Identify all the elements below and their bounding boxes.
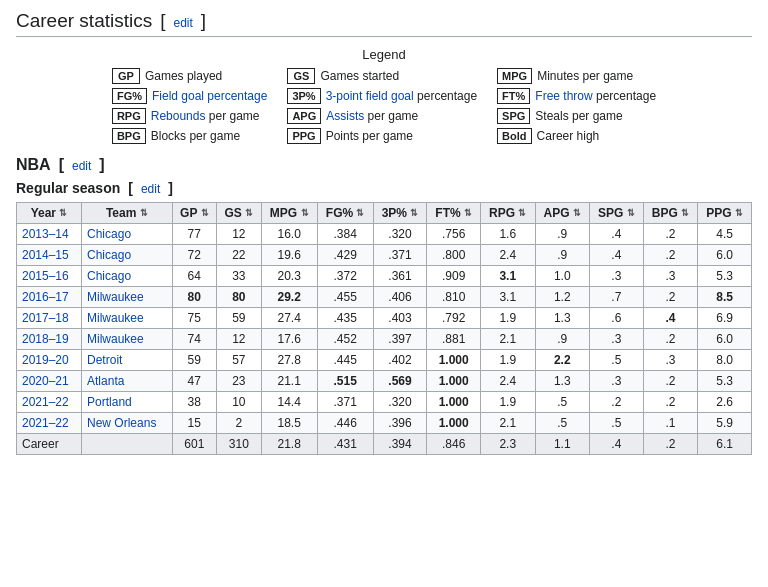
cell-mpg: 21.1 bbox=[261, 371, 317, 392]
cell-mpg: 18.5 bbox=[261, 413, 317, 434]
cell-rpg: 3.1 bbox=[481, 266, 535, 287]
legend-link-fgp[interactable]: Field goal percentage bbox=[152, 89, 267, 103]
cell-apg: 1.3 bbox=[535, 371, 589, 392]
cell-bpg: .1 bbox=[643, 413, 697, 434]
cell-bpg: .2 bbox=[643, 329, 697, 350]
cell-ppg: 2.6 bbox=[698, 392, 752, 413]
table-row: 2013–14Chicago771216.0.384.320.7561.6.9.… bbox=[17, 224, 752, 245]
cell-fgp: .455 bbox=[317, 287, 373, 308]
legend-badge-bold: Bold bbox=[497, 128, 531, 144]
legend-link-apg[interactable]: Assists bbox=[326, 109, 364, 123]
cell-ftp: .756 bbox=[427, 224, 481, 245]
legend-link-3pp[interactable]: 3-point field goal bbox=[326, 89, 414, 103]
cell-gs: 310 bbox=[217, 434, 262, 455]
cell-ppg: 6.9 bbox=[698, 308, 752, 329]
table-row: 2021–22Portland381014.4.371.3201.0001.9.… bbox=[17, 392, 752, 413]
legend-badge-ppg: PPG bbox=[287, 128, 320, 144]
legend-title: Legend bbox=[16, 47, 752, 62]
th-bpg[interactable]: BPG ⇅ bbox=[643, 203, 697, 224]
th-rpg[interactable]: RPG ⇅ bbox=[481, 203, 535, 224]
cell-tpp: .403 bbox=[373, 308, 427, 329]
cell-team: Detroit bbox=[82, 350, 173, 371]
th-ftp[interactable]: FT% ⇅ bbox=[427, 203, 481, 224]
legend-grid: GP Games played GS Games started MPG Min… bbox=[112, 68, 656, 144]
cell-team: Chicago bbox=[82, 245, 173, 266]
title-edit-link[interactable]: edit bbox=[173, 16, 192, 30]
cell-rpg: 1.6 bbox=[481, 224, 535, 245]
cell-mpg: 14.4 bbox=[261, 392, 317, 413]
cell-team bbox=[82, 434, 173, 455]
cell-ppg: 5.9 bbox=[698, 413, 752, 434]
legend-badge-apg: APG bbox=[287, 108, 321, 124]
cell-gp: 59 bbox=[172, 350, 216, 371]
cell-fgp: .446 bbox=[317, 413, 373, 434]
cell-ppg: 6.0 bbox=[698, 245, 752, 266]
th-ppg[interactable]: PPG ⇅ bbox=[698, 203, 752, 224]
legend-item-bpg: BPG Blocks per game bbox=[112, 128, 267, 144]
cell-gp: 47 bbox=[172, 371, 216, 392]
cell-spg: .5 bbox=[589, 350, 643, 371]
th-gp[interactable]: GP ⇅ bbox=[172, 203, 216, 224]
th-year[interactable]: Year ⇅ bbox=[17, 203, 82, 224]
cell-tpp: .397 bbox=[373, 329, 427, 350]
table-row: 2018–19Milwaukee741217.6.452.397.8812.1.… bbox=[17, 329, 752, 350]
cell-ftp: 1.000 bbox=[427, 371, 481, 392]
cell-spg: .4 bbox=[589, 224, 643, 245]
cell-gs: 23 bbox=[217, 371, 262, 392]
cell-ppg: 6.1 bbox=[698, 434, 752, 455]
legend-badge-bpg: BPG bbox=[112, 128, 146, 144]
th-apg[interactable]: APG ⇅ bbox=[535, 203, 589, 224]
th-gs[interactable]: GS ⇅ bbox=[217, 203, 262, 224]
legend-item-ftp: FT% Free throw percentage bbox=[497, 88, 656, 104]
cell-rpg: 2.1 bbox=[481, 329, 535, 350]
th-mpg[interactable]: MPG ⇅ bbox=[261, 203, 317, 224]
page-title: Career statistics [ edit ] bbox=[16, 10, 752, 37]
table-row: Career60131021.8.431.394.8462.31.1.4.26.… bbox=[17, 434, 752, 455]
cell-bpg: .2 bbox=[643, 371, 697, 392]
cell-year: 2019–20 bbox=[17, 350, 82, 371]
cell-apg: 1.0 bbox=[535, 266, 589, 287]
cell-team: Atlanta bbox=[82, 371, 173, 392]
legend-badge-3pp: 3P% bbox=[287, 88, 320, 104]
th-fgp[interactable]: FG% ⇅ bbox=[317, 203, 373, 224]
cell-gs: 80 bbox=[217, 287, 262, 308]
table-row: 2017–18Milwaukee755927.4.435.403.7921.91… bbox=[17, 308, 752, 329]
cell-bpg: .3 bbox=[643, 350, 697, 371]
cell-spg: .5 bbox=[589, 413, 643, 434]
cell-bpg: .2 bbox=[643, 245, 697, 266]
cell-tpp: .406 bbox=[373, 287, 427, 308]
cell-gs: 22 bbox=[217, 245, 262, 266]
cell-ftp: .800 bbox=[427, 245, 481, 266]
cell-rpg: 1.9 bbox=[481, 350, 535, 371]
cell-gp: 80 bbox=[172, 287, 216, 308]
cell-team: Chicago bbox=[82, 224, 173, 245]
cell-ftp: .909 bbox=[427, 266, 481, 287]
regular-edit-link[interactable]: edit bbox=[141, 182, 160, 196]
legend-item-3pp: 3P% 3-point field goal percentage bbox=[287, 88, 477, 104]
cell-ppg: 5.3 bbox=[698, 266, 752, 287]
legend-badge-fgp: FG% bbox=[112, 88, 147, 104]
th-spg[interactable]: SPG ⇅ bbox=[589, 203, 643, 224]
regular-season-heading: Regular season [ edit ] bbox=[16, 180, 752, 196]
nba-section-heading: NBA [ edit ] bbox=[16, 156, 752, 174]
legend-badge-gp: GP bbox=[112, 68, 140, 84]
cell-year: 2020–21 bbox=[17, 371, 82, 392]
th-team[interactable]: Team ⇅ bbox=[82, 203, 173, 224]
cell-rpg: 2.1 bbox=[481, 413, 535, 434]
legend-link-rpg[interactable]: Rebounds bbox=[151, 109, 206, 123]
cell-apg: .9 bbox=[535, 224, 589, 245]
th-3pp[interactable]: 3P% ⇅ bbox=[373, 203, 427, 224]
cell-ftp: 1.000 bbox=[427, 350, 481, 371]
cell-tpp: .371 bbox=[373, 245, 427, 266]
legend-item-bold: Bold Career high bbox=[497, 128, 656, 144]
cell-spg: .3 bbox=[589, 371, 643, 392]
cell-gp: 15 bbox=[172, 413, 216, 434]
cell-year: 2016–17 bbox=[17, 287, 82, 308]
legend-link-ftp[interactable]: Free throw bbox=[535, 89, 592, 103]
cell-team: Milwaukee bbox=[82, 287, 173, 308]
cell-apg: .5 bbox=[535, 392, 589, 413]
cell-ppg: 8.0 bbox=[698, 350, 752, 371]
nba-edit-link[interactable]: edit bbox=[72, 159, 91, 173]
cell-apg: .5 bbox=[535, 413, 589, 434]
cell-gs: 12 bbox=[217, 329, 262, 350]
